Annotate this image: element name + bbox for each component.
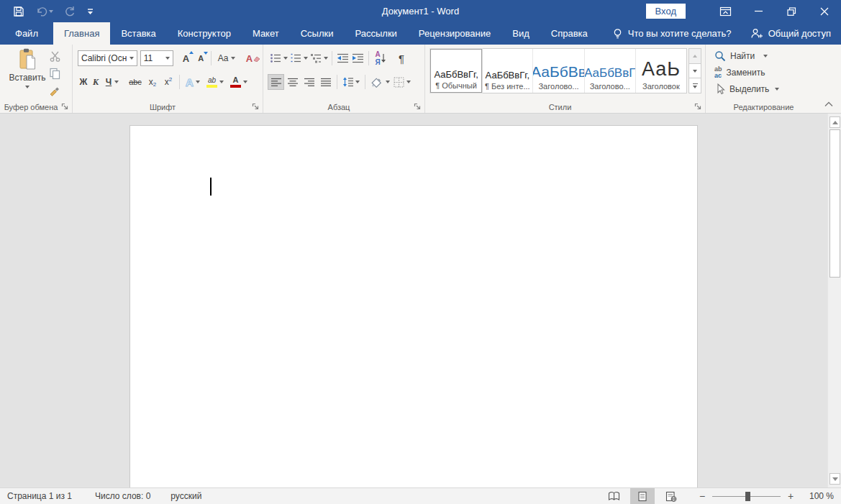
language-indicator[interactable]: русский [163,491,209,501]
font-group-label: Шрифт [73,103,253,111]
style-no-spacing[interactable]: АаБбВвГг, ¶ Без инте... [482,49,533,93]
styles-more-button[interactable] [688,78,701,93]
undo-button[interactable] [35,6,53,17]
shrink-font-button[interactable]: А [194,50,208,66]
dialog-launcher-icon [61,103,69,111]
tab-design[interactable]: Конструктор [167,22,242,45]
zoom-slider-thumb[interactable] [745,492,750,501]
bullets-button[interactable] [269,50,288,66]
borders-button[interactable] [391,74,413,90]
style-preview: АаБбВвГг, [434,69,478,80]
numbering-button[interactable] [288,50,309,66]
tab-mailings[interactable]: Рассылки [344,22,407,45]
increase-indent-button[interactable] [350,50,365,66]
zoom-slider-track[interactable] [712,496,781,497]
styles-scroll-down-button[interactable] [688,64,701,79]
tab-view[interactable]: Вид [501,22,540,45]
save-button[interactable] [13,6,24,17]
styles-scroll-up-button[interactable] [688,48,701,64]
grow-font-button[interactable]: А [178,50,194,66]
clear-formatting-button[interactable]: А [244,50,263,66]
align-right-icon [304,78,314,87]
clipboard-dialog-launcher[interactable] [61,103,69,111]
replace-button[interactable]: ab ac Заменить [714,65,765,80]
justify-button[interactable] [317,74,334,90]
scrollbar-up-button[interactable] [829,116,840,128]
font-dialog-launcher[interactable] [252,103,260,111]
document-page[interactable] [129,125,698,499]
style-heading1[interactable]: АаБбВв Заголово... [533,49,584,93]
align-center-button[interactable] [284,74,301,90]
strikethrough-button[interactable]: abc [126,74,145,90]
cut-button[interactable] [46,49,63,63]
subscript-button[interactable]: x2 [145,74,160,90]
style-preview: АаБбВвГг, [486,70,529,81]
align-right-button[interactable] [301,74,317,90]
minimize-button[interactable] [742,0,775,22]
close-icon [820,7,829,16]
print-layout-button[interactable] [630,488,655,504]
word-count[interactable]: Число слов: 0 [88,491,158,501]
repeat-button[interactable] [64,6,76,17]
scrollbar-thumb[interactable] [829,129,840,278]
multilevel-list-button[interactable] [309,50,329,66]
italic-button[interactable]: К [90,74,101,90]
style-normal[interactable]: АаБбВвГг, ¶ Обычный [430,49,482,93]
superscript-button[interactable]: x2 [160,74,176,90]
customize-qat-button[interactable] [86,8,94,15]
paste-button[interactable]: Вставить [8,48,47,98]
shading-button[interactable] [368,74,391,90]
page-indicator[interactable]: Страница 1 из 1 [0,491,79,501]
clear-formatting-glyph: А [246,53,253,64]
font-color-button[interactable]: А [227,74,250,90]
decrease-indent-button[interactable] [335,50,350,66]
font-size-combo[interactable]: 11 [140,50,174,66]
tab-layout[interactable]: Макет [242,22,290,45]
web-layout-button[interactable] [659,488,683,504]
style-heading2[interactable]: АаБбВвГ Заголово... [585,49,636,93]
dialog-launcher-icon [252,103,260,111]
read-mode-button[interactable] [601,488,626,504]
show-marks-button[interactable]: ¶ [394,50,409,66]
close-button[interactable] [808,0,841,22]
align-left-button[interactable] [268,74,284,90]
sign-in-button[interactable]: Вход [646,4,686,19]
styles-dialog-launcher[interactable] [694,103,702,111]
status-bar: Страница 1 из 1 Число слов: 0 русский [0,487,841,504]
line-spacing-button[interactable] [340,74,362,90]
collapse-ribbon-button[interactable] [822,99,835,109]
text-effects-button[interactable]: А [183,74,203,90]
tab-review[interactable]: Рецензирование [408,22,501,45]
tab-references[interactable]: Ссылки [290,22,345,45]
style-title[interactable]: АаЬ Заголовок [636,49,686,93]
tab-home[interactable]: Главная [53,22,110,45]
paragraph-dialog-launcher[interactable] [414,103,422,111]
bold-button[interactable]: Ж [77,74,90,90]
share-button[interactable]: Общий доступ [741,22,841,45]
select-button[interactable]: Выделить [714,82,779,96]
tell-me-box[interactable]: Что вы хотите сделать? [613,22,732,45]
tab-help[interactable]: Справка [540,22,599,45]
scrollbar-down-button[interactable] [829,473,840,485]
sort-button[interactable]: А Я [372,50,389,66]
divider [179,75,180,89]
paste-dropdown-caret [25,86,29,88]
change-case-button[interactable]: Aa [214,50,238,66]
group-clipboard: Вставить [0,45,73,113]
ribbon-display-options-button[interactable] [709,0,742,22]
zoom-level[interactable]: 100 % [799,491,834,501]
restore-button[interactable] [775,0,808,22]
sort-letter-z: Я [375,59,380,66]
tab-insert[interactable]: Вставка [110,22,166,45]
vertical-scrollbar[interactable] [827,114,841,487]
format-painter-button[interactable] [46,83,63,98]
copy-button[interactable] [46,66,63,81]
underline-button[interactable]: Ч [101,74,123,90]
find-button[interactable]: Найти [714,49,768,63]
font-name-combo[interactable]: Calibri (Осн [78,50,137,66]
zoom-in-button[interactable]: + [782,490,799,502]
tab-file[interactable]: Файл [0,22,53,45]
group-editing: Найти ab ac Заменить Выделить Редактиров… [706,45,822,113]
highlight-color-button[interactable]: ab [203,74,227,90]
zoom-out-button[interactable]: − [694,490,711,502]
